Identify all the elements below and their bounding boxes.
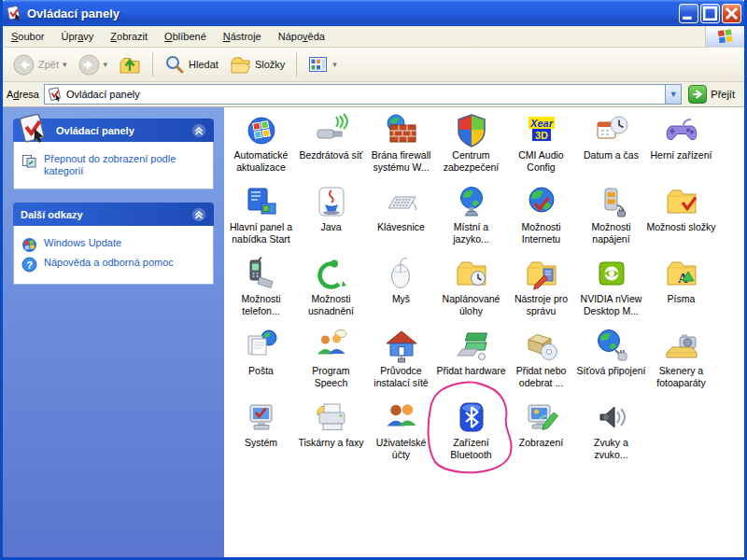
panel-title: Další odkazy	[21, 209, 83, 220]
search-button[interactable]: Hledat	[160, 51, 223, 77]
cpl-item-label: Síťová připojení	[577, 365, 646, 377]
cpl-item[interactable]: Uživatelské účty	[366, 397, 436, 469]
go-button[interactable]: Přejít	[686, 85, 740, 104]
cpl-item[interactable]: Klávesnice	[366, 181, 436, 253]
control-panel-icon	[48, 87, 63, 102]
cpl-item[interactable]: Možnosti napájení	[576, 181, 646, 253]
cpl-item[interactable]: Bezdrátová síť	[296, 109, 366, 181]
cpl-item[interactable]: Java	[296, 181, 366, 253]
administrative-tools-icon	[524, 256, 559, 291]
cpl-item-label: Zvuky a zvuko...	[576, 437, 646, 460]
folders-icon	[230, 54, 251, 75]
cpl-item[interactable]: Zobrazení	[506, 397, 576, 469]
up-button[interactable]	[114, 50, 146, 78]
cpl-item[interactable]: Herní zařízení	[646, 109, 716, 181]
cpl-item-label: Zařízení Bluetooth	[436, 437, 506, 460]
cpl-item[interactable]: NVIDIA nView Desktop M...	[576, 253, 646, 325]
titlebar[interactable]: Ovládací panely	[0, 0, 747, 26]
cpl-item-label: Java	[320, 221, 341, 233]
menu-item[interactable]: Soubor	[3, 26, 52, 47]
views-icon	[308, 55, 329, 74]
cpl-item-label: Zobrazení	[519, 437, 563, 449]
close-button[interactable]	[722, 4, 741, 23]
minimize-button[interactable]	[679, 4, 698, 23]
chevron-up-icon[interactable]	[191, 123, 206, 138]
sounds-audio-icon	[594, 399, 629, 435]
sidebar-panel-other-links: Další odkazy Windows Update?Nápověda a o…	[13, 203, 214, 285]
printers-faxes-icon	[314, 399, 349, 435]
cpl-item[interactable]: Automatické aktualizace	[226, 109, 296, 181]
mouse-icon	[384, 256, 419, 291]
cpl-item[interactable]: Brána firewall systému W...	[366, 109, 436, 181]
panel-header[interactable]: Další odkazy	[13, 203, 214, 226]
cpl-item-label: Bezdrátová síť	[299, 149, 362, 161]
cpl-item[interactable]: Místní a jazyko...	[436, 181, 506, 253]
cpl-item-label: Myš	[392, 293, 410, 305]
sidebar-link[interactable]: ?Nápověda a odborná pomoc	[21, 257, 205, 273]
cpl-item[interactable]: Hlavní panel a nabídka Start	[226, 181, 296, 253]
cpl-item[interactable]: Možnosti telefon...	[226, 253, 296, 325]
network-setup-wizard-icon	[384, 328, 419, 363]
cpl-item[interactable]: Přidat nebo odebrat ...	[506, 325, 576, 397]
svg-text:3D: 3D	[534, 130, 547, 141]
cpl-item[interactable]: Průvodce instalací sítě	[366, 325, 436, 397]
cpl-item[interactable]: Zvuky a zvuko...	[576, 397, 646, 469]
cpl-item[interactable]: Možnosti Internetu	[506, 181, 576, 253]
cpl-item[interactable]: Skenery a fotoaparáty	[646, 325, 716, 397]
sidebar-link-label: Windows Update	[44, 237, 121, 249]
cpl-item[interactable]: Pošta	[226, 325, 296, 397]
menu-item[interactable]: Nápověda	[270, 26, 333, 47]
speech-icon	[314, 328, 349, 363]
cpl-item[interactable]: Možnosti usnadnění	[296, 253, 366, 325]
search-icon	[164, 54, 185, 75]
accessibility-options-icon	[314, 256, 349, 291]
menu-item[interactable]: Úpravy	[52, 26, 102, 47]
panel-header[interactable]: Ovládací panely	[13, 119, 214, 142]
address-dropdown-icon[interactable]: ▼	[665, 85, 681, 104]
cpl-item[interactable]: Centrum zabezpečení	[436, 109, 506, 181]
cpl-item[interactable]: Myš	[366, 253, 436, 325]
sidebar-link[interactable]: Windows Update	[21, 237, 205, 253]
cpl-item[interactable]: Systém	[226, 397, 296, 469]
cpl-item-label: Hlavní panel a nabídka Start	[226, 221, 296, 245]
folders-button[interactable]: Složky	[225, 51, 289, 77]
address-input[interactable]: Ovládací panely ▼	[44, 84, 682, 105]
menu-item[interactable]: Oblíbené	[156, 26, 215, 47]
views-dropdown-icon[interactable]: ▾	[332, 60, 337, 69]
cpl-item[interactable]: Xear3DCMI Audio Config	[506, 109, 576, 181]
forward-dropdown-icon[interactable]: ▾	[104, 60, 108, 69]
chevron-up-icon[interactable]	[191, 207, 206, 222]
scanners-cameras-icon	[664, 328, 699, 363]
forward-button[interactable]: ▾	[74, 51, 113, 78]
sidebar-link[interactable]: Přepnout do zobrazení podle kategorií	[21, 153, 205, 177]
nvidia-nview-icon	[594, 256, 629, 291]
cpl-item[interactable]: Nástroje pro správu	[506, 253, 576, 325]
cpl-item[interactable]: Síťová připojení	[576, 325, 646, 397]
date-time-icon	[594, 112, 629, 147]
cpl-item-label: NVIDIA nView Desktop M...	[576, 293, 646, 316]
cpl-item-label: Přidat nebo odebrat ...	[506, 365, 576, 388]
cpl-item[interactable]: Tiskárny a faxy	[296, 397, 366, 469]
cpl-item[interactable]: APísma	[646, 253, 716, 325]
menu-item[interactable]: Zobrazit	[102, 26, 156, 47]
back-button[interactable]: Zpět ▾	[8, 51, 72, 78]
back-dropdown-icon[interactable]: ▾	[63, 60, 67, 69]
cpl-item[interactable]: Naplánované úlohy	[436, 253, 506, 325]
views-button[interactable]: ▾	[303, 52, 342, 77]
cpl-item[interactable]: Datum a čas	[576, 109, 646, 181]
svg-text:Xear: Xear	[529, 118, 554, 129]
scheduled-tasks-icon	[454, 256, 489, 291]
cpl-item[interactable]: Přidat hardware	[436, 325, 506, 397]
bluetooth-devices-icon	[454, 399, 489, 435]
cpl-item-label: Místní a jazyko...	[436, 221, 506, 245]
cpl-item[interactable]: Program Speech	[296, 325, 366, 397]
cpl-item-label: Písma	[668, 293, 696, 305]
cpl-item[interactable]: Možnosti složky	[646, 181, 716, 253]
cpl-item[interactable]: Zařízení Bluetooth	[436, 397, 506, 469]
maximize-button[interactable]	[700, 4, 720, 23]
back-icon	[13, 54, 35, 76]
cpl-item-label: Průvodce instalací sítě	[366, 365, 436, 388]
wireless-network-icon	[314, 112, 349, 147]
cpl-item-label: Možnosti usnadnění	[296, 293, 366, 316]
menu-item[interactable]: Nástroje	[215, 26, 270, 47]
